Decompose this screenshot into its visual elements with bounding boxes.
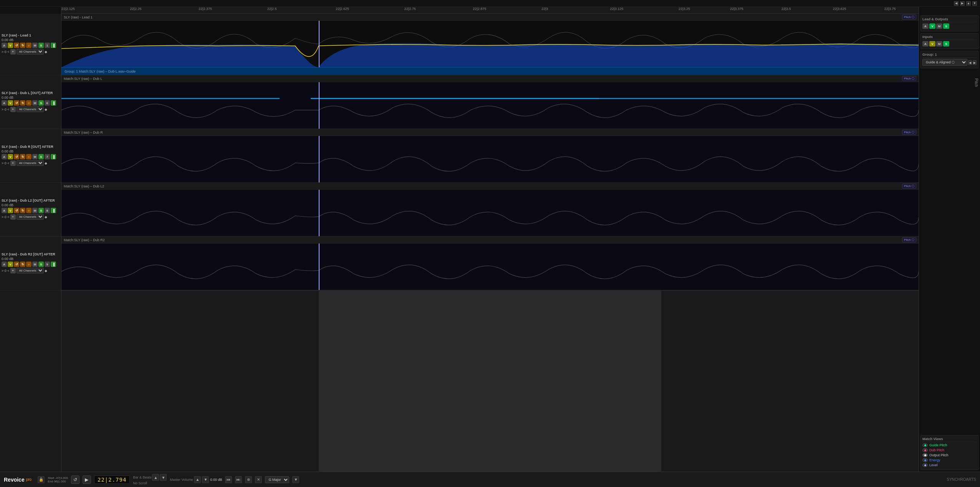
waveform-canvas-lead[interactable] — [61, 21, 919, 67]
pitch-btn-dub-r[interactable]: Pitch ⬡ — [902, 130, 916, 135]
transport-extra-3[interactable]: ⊕ — [245, 476, 252, 483]
btn-num-dub-l2[interactable]: 8 — [45, 208, 50, 213]
btn-A-dub-l2[interactable]: A — [2, 208, 7, 213]
btn-M-dub-r[interactable]: M — [32, 154, 38, 159]
eye-level[interactable] — [922, 463, 928, 467]
btn-S-dub-l[interactable]: S — [38, 100, 44, 106]
amvs-S-lead[interactable]: S — [943, 23, 949, 29]
btn-plus-dub-r2[interactable]: + — [10, 268, 16, 273]
key-select-down[interactable]: ▼ — [292, 476, 299, 483]
channel-select-dub-r2[interactable]: All Channels — [17, 268, 44, 273]
key-select[interactable]: G Major C Major D Major — [265, 476, 289, 483]
waveform-block-dub-l[interactable]: Match:SLY (raw) – Dub L Pitch ⬡ — [61, 75, 919, 129]
group-nav-right[interactable]: ▶ — [973, 60, 977, 65]
btn-num-dub-l[interactable]: 6 — [45, 100, 50, 106]
btn-A-dub-r2[interactable]: A — [2, 262, 7, 267]
waveform-canvas-dub-r2[interactable] — [61, 244, 919, 290]
master-vol-down[interactable]: ▼ — [202, 476, 209, 483]
channel-select-dub-r[interactable]: All Channels — [17, 160, 44, 166]
pitch-btn-lead[interactable]: Pitch ⬡ — [902, 15, 916, 20]
btn-rec-dub-r[interactable]: ○ — [26, 154, 31, 159]
btn-rec-dub-l[interactable]: ○ — [26, 100, 31, 106]
master-vol-up[interactable]: ▲ — [194, 476, 201, 483]
btn-forward-lead[interactable]: ↻ — [20, 43, 25, 48]
amvs-A-inputs[interactable]: A — [922, 41, 929, 46]
waveform-canvas-dub-r[interactable] — [61, 136, 919, 182]
waveform-canvas-dub-l2[interactable] — [61, 190, 919, 236]
btn-num-lead[interactable]: 1 — [45, 43, 50, 48]
pitch-btn-dub-l[interactable]: Pitch ⬡ — [902, 76, 916, 81]
btn-forward-dub-l2[interactable]: ↻ — [20, 208, 25, 213]
btn-meter-dub-r2[interactable]: ▐ — [51, 262, 56, 267]
btn-forward-dub-r[interactable]: ↻ — [20, 154, 25, 159]
btn-A-lead[interactable]: A — [2, 43, 7, 48]
btn-M-lead[interactable]: M — [32, 43, 38, 48]
nav-left[interactable]: ◀ — [954, 1, 958, 6]
amvs-V-lead[interactable]: V — [929, 23, 935, 29]
btn-plus-dub-l[interactable]: + — [10, 107, 16, 112]
amvs-A-lead[interactable]: A — [922, 23, 929, 29]
pitch-btn-dub-r2[interactable]: Pitch ⬡ — [902, 237, 916, 242]
group-nav-left[interactable]: ◀ — [968, 60, 972, 65]
rewind-btn[interactable]: ↺ — [71, 475, 79, 484]
btn-S-lead[interactable]: S — [38, 43, 44, 48]
btn-rec-dub-r2[interactable]: ○ — [26, 262, 31, 267]
eye-dub-pitch[interactable] — [922, 448, 928, 452]
btn-num-dub-r[interactable]: 7 — [45, 154, 50, 159]
btn-V-dub-l[interactable]: V — [8, 100, 13, 106]
transport-extra-1[interactable]: ⏮ — [225, 476, 232, 483]
horizontal-scrollbar[interactable] — [61, 290, 919, 472]
btn-V-dub-l2[interactable]: V — [8, 208, 13, 213]
btn-plus-dub-r[interactable]: + — [10, 161, 16, 166]
btn-rewind-dub-l[interactable]: ↺ — [14, 100, 19, 106]
btn-rewind-dub-l2[interactable]: ↺ — [14, 208, 19, 213]
nav-up[interactable]: ▲ — [966, 1, 971, 6]
btn-plus-lead[interactable]: + — [10, 49, 16, 55]
amvs-M-inputs[interactable]: M — [936, 41, 942, 46]
eye-output-pitch[interactable] — [922, 453, 928, 457]
btn-V-dub-r[interactable]: V — [8, 154, 13, 159]
btn-M-dub-l[interactable]: M — [32, 100, 38, 106]
amvs-V-inputs[interactable]: V — [929, 41, 935, 46]
btn-meter-dub-r[interactable]: ▐ — [51, 154, 56, 159]
transport-extra-4[interactable]: ✕ — [255, 476, 262, 483]
btn-rec-lead[interactable]: ○ — [26, 43, 31, 48]
btn-plus-dub-l2[interactable]: + — [10, 214, 16, 220]
bar-beats-down[interactable]: ▼ — [160, 474, 167, 481]
nav-right[interactable]: ▶ — [960, 1, 965, 6]
btn-meter-dub-l2[interactable]: ▐ — [51, 208, 56, 213]
btn-A-dub-l[interactable]: A — [2, 100, 7, 106]
btn-M-dub-l2[interactable]: M — [32, 208, 38, 213]
amvs-S-inputs[interactable]: S — [943, 41, 949, 46]
btn-A-dub-r[interactable]: A — [2, 154, 7, 159]
channel-select-dub-l2[interactable]: All Channels — [17, 214, 44, 220]
btn-S-dub-r[interactable]: S — [38, 154, 44, 159]
btn-forward-dub-r2[interactable]: ↻ — [20, 262, 25, 267]
waveform-block-lead[interactable]: SLY (raw) - Lead 1 Pitch ⬡ Group: 1 Matc… — [61, 14, 919, 75]
btn-S-dub-l2[interactable]: S — [38, 208, 44, 213]
lock-btn[interactable]: 🔒 — [38, 476, 45, 483]
waveform-area[interactable]: SLY (raw) - Lead 1 Pitch ⬡ Group: 1 Matc… — [61, 14, 919, 472]
play-btn[interactable]: ▶ — [83, 475, 91, 484]
amvs-M-lead[interactable]: M — [936, 23, 942, 29]
eye-energy[interactable] — [922, 458, 928, 462]
btn-forward-dub-l[interactable]: ↻ — [20, 100, 25, 106]
waveform-canvas-dub-l[interactable] — [61, 82, 919, 129]
timecode-display[interactable]: 22|2.794 — [94, 475, 130, 484]
btn-S-dub-r2[interactable]: S — [38, 262, 44, 267]
transport-extra-2[interactable]: ⏭ — [235, 476, 242, 483]
pitch-btn-dub-l2[interactable]: Pitch ⬡ — [902, 184, 916, 189]
nav-down[interactable]: ▼ — [972, 1, 977, 6]
eye-guide-pitch[interactable] — [922, 443, 928, 447]
btn-V-dub-r2[interactable]: V — [8, 262, 13, 267]
btn-meter-dub-l[interactable]: ▐ — [51, 100, 56, 106]
btn-num-dub-r2[interactable]: 9 — [45, 262, 50, 267]
btn-V-lead[interactable]: V — [8, 43, 13, 48]
waveform-block-dub-r2[interactable]: Match:SLY (raw) – Dub R2 Pitch ⬡ — [61, 237, 919, 290]
channel-select-dub-l[interactable]: All Channels — [17, 106, 44, 112]
waveform-block-dub-l2[interactable]: Match:SLY (raw) – Dub L2 Pitch ⬡ — [61, 183, 919, 237]
bar-beats-up[interactable]: ▲ — [152, 474, 159, 481]
btn-rewind-dub-r2[interactable]: ↺ — [14, 262, 19, 267]
channel-select-lead[interactable]: All Channels — [17, 49, 44, 55]
btn-rewind-dub-r[interactable]: ↺ — [14, 154, 19, 159]
